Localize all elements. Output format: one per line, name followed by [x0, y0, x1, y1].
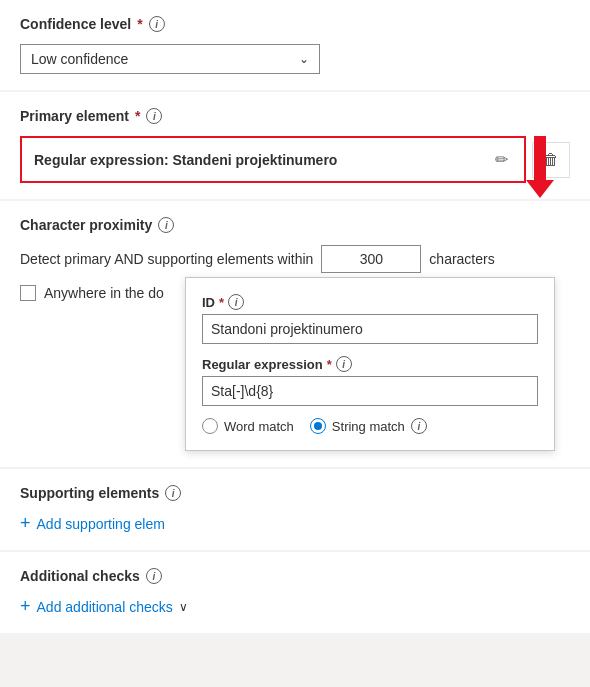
add-checks-label: Add additional checks — [37, 599, 173, 615]
string-match-option[interactable]: String match i — [310, 418, 427, 434]
confidence-section: Confidence level * i Low confidence ⌄ — [0, 0, 590, 90]
primary-element-text: Regular expression: Standeni projektinum… — [34, 152, 491, 168]
popup-panel: ID * i Regular expression * i — [185, 277, 555, 451]
additional-checks-section: Additional checks i + Add additional che… — [0, 552, 590, 633]
page-container: Confidence level * i Low confidence ⌄ Pr… — [0, 0, 590, 633]
regex-field-label: Regular expression * i — [202, 356, 538, 372]
add-supporting-element-link[interactable]: + Add supporting elem — [20, 513, 570, 534]
confidence-title: Confidence level * i — [20, 16, 570, 32]
primary-element-label: Primary element — [20, 108, 129, 124]
add-checks-plus-icon: + — [20, 596, 31, 617]
confidence-dropdown[interactable]: Low confidence ⌄ — [20, 44, 320, 74]
supporting-elements-label: Supporting elements — [20, 485, 159, 501]
regex-field-row: Regular expression * i — [202, 356, 538, 406]
pencil-icon: ✏ — [495, 150, 508, 169]
character-proximity-label: Character proximity — [20, 217, 152, 233]
confidence-selected-value: Low confidence — [31, 51, 128, 67]
id-info-icon[interactable]: i — [228, 294, 244, 310]
arrow-body — [534, 136, 546, 180]
id-required-star: * — [219, 295, 224, 310]
supporting-elements-section: Supporting elements i + Add supporting e… — [0, 469, 590, 550]
id-input[interactable] — [202, 314, 538, 344]
primary-element-value: Standeni projektinumero — [173, 152, 338, 168]
regex-required-star: * — [327, 357, 332, 372]
primary-element-box: Regular expression: Standeni projektinum… — [20, 136, 526, 183]
match-type-radio-group: Word match String match i — [202, 418, 538, 434]
primary-required-star: * — [135, 108, 140, 124]
confidence-info-icon[interactable]: i — [149, 16, 165, 32]
primary-element-regex-label: Regular expression: — [34, 152, 169, 168]
regex-label-text: Regular expression — [202, 357, 323, 372]
detect-label: Detect primary AND supporting elements w… — [20, 251, 313, 267]
confidence-chevron-icon: ⌄ — [299, 52, 309, 66]
chars-suffix: characters — [429, 251, 494, 267]
word-match-option[interactable]: Word match — [202, 418, 294, 434]
word-match-radio[interactable] — [202, 418, 218, 434]
character-proximity-title: Character proximity i — [20, 217, 570, 233]
confidence-required-star: * — [137, 16, 142, 32]
character-proximity-info-icon[interactable]: i — [158, 217, 174, 233]
string-match-radio[interactable] — [310, 418, 326, 434]
primary-element-section: Primary element * i Regular expression: … — [0, 92, 590, 199]
regex-input[interactable] — [202, 376, 538, 406]
anywhere-checkbox[interactable] — [20, 285, 36, 301]
add-additional-checks-link[interactable]: + Add additional checks ∨ — [20, 596, 570, 617]
primary-element-info-icon[interactable]: i — [146, 108, 162, 124]
anywhere-label: Anywhere in the do — [44, 285, 164, 301]
supporting-elements-info-icon[interactable]: i — [165, 485, 181, 501]
regex-info-icon[interactable]: i — [336, 356, 352, 372]
id-label-text: ID — [202, 295, 215, 310]
additional-checks-label: Additional checks — [20, 568, 140, 584]
character-proximity-row: Detect primary AND supporting elements w… — [20, 245, 570, 273]
add-checks-chevron-icon: ∨ — [179, 600, 188, 614]
arrow-head — [526, 180, 554, 198]
id-field-label: ID * i — [202, 294, 538, 310]
id-field-row: ID * i — [202, 294, 538, 344]
word-match-label: Word match — [224, 419, 294, 434]
add-supporting-plus-icon: + — [20, 513, 31, 534]
additional-checks-title: Additional checks i — [20, 568, 570, 584]
confidence-label: Confidence level — [20, 16, 131, 32]
edit-primary-element-button[interactable]: ✏ — [491, 146, 512, 173]
primary-element-title: Primary element * i — [20, 108, 570, 124]
additional-checks-info-icon[interactable]: i — [146, 568, 162, 584]
char-count-input[interactable] — [321, 245, 421, 273]
supporting-elements-title: Supporting elements i — [20, 485, 570, 501]
string-match-label: String match — [332, 419, 405, 434]
character-proximity-section: Character proximity i Detect primary AND… — [0, 201, 590, 467]
string-match-info-icon[interactable]: i — [411, 418, 427, 434]
add-supporting-label: Add supporting elem — [37, 516, 165, 532]
